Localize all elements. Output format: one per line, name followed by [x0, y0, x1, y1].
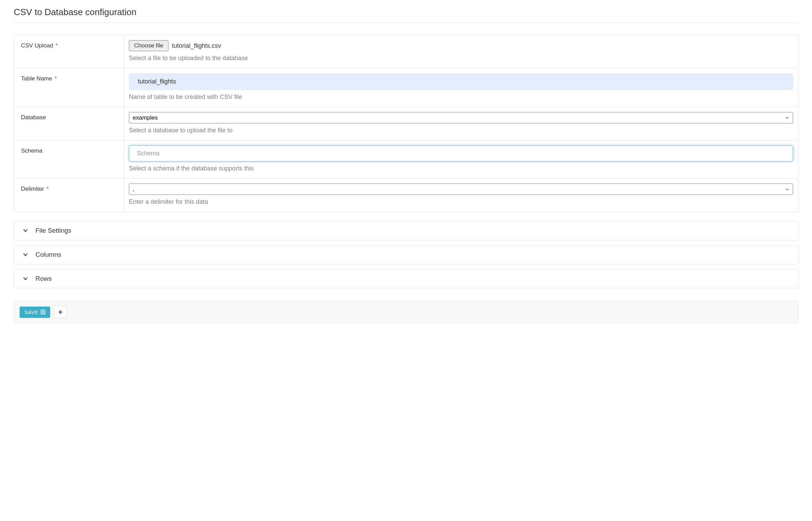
schema-input[interactable]	[129, 145, 793, 162]
save-icon	[41, 310, 45, 314]
table-name-input[interactable]	[129, 73, 793, 90]
chevron-down-icon	[22, 252, 29, 258]
row-table-name: Table Name * Name of table to be created…	[14, 68, 798, 107]
label-csv-upload-text: CSV Upload	[21, 42, 53, 49]
help-database: Select a database to upload the file to	[129, 127, 793, 134]
collapsible-rows[interactable]: Rows	[14, 269, 798, 288]
required-marker: *	[46, 186, 49, 192]
required-marker: *	[55, 42, 58, 49]
selected-file-name: tutorial_flights.csv	[172, 42, 221, 49]
svg-rect-1	[42, 310, 44, 311]
label-table-name: Table Name *	[14, 68, 124, 107]
page-title: CSV to Database configuration	[14, 7, 798, 23]
label-schema-text: Schema	[21, 147, 42, 154]
save-button-label: SAVE	[24, 309, 39, 315]
back-button[interactable]	[54, 306, 67, 318]
collapsible-columns-title: Columns	[35, 251, 61, 258]
collapsible-columns[interactable]: Columns	[14, 245, 798, 264]
svg-rect-2	[42, 312, 44, 314]
row-schema: Schema Select a schema if the database s…	[14, 141, 798, 179]
help-csv-upload: Select a file to be uploaded to the data…	[129, 55, 793, 62]
help-schema: Select a schema if the database supports…	[129, 165, 793, 172]
label-delimiter: Delimiter *	[14, 179, 124, 212]
help-delimiter: Enter a delimiter for this data	[129, 198, 793, 206]
collapsible-rows-title: Rows	[35, 275, 52, 282]
required-marker: *	[54, 75, 57, 82]
delimiter-select[interactable]: ,	[129, 184, 793, 195]
row-delimiter: Delimiter * , Enter a delimiter for this…	[14, 179, 798, 212]
config-form: CSV Upload * Choose file tutorial_flight…	[14, 35, 798, 212]
collapsible-file-settings[interactable]: File Settings	[14, 221, 798, 240]
database-select[interactable]: examples	[129, 112, 793, 123]
help-table-name: Name of table to be created with CSV fil…	[129, 93, 793, 101]
chevron-down-icon	[22, 228, 29, 234]
row-database: Database examples Select a database to u…	[14, 107, 798, 141]
label-csv-upload: CSV Upload *	[14, 35, 124, 68]
label-database: Database	[14, 107, 124, 140]
arrow-left-icon	[57, 309, 63, 315]
choose-file-button[interactable]: Choose file	[129, 40, 168, 51]
footer-bar: SAVE	[14, 301, 798, 323]
label-table-name-text: Table Name	[21, 75, 52, 82]
label-delimiter-text: Delimiter	[21, 186, 44, 192]
svg-rect-0	[41, 310, 45, 314]
chevron-down-icon	[22, 276, 29, 282]
collapsible-file-settings-title: File Settings	[35, 227, 72, 234]
row-csv-upload: CSV Upload * Choose file tutorial_flight…	[14, 35, 798, 68]
label-schema: Schema	[14, 141, 124, 178]
save-button[interactable]: SAVE	[20, 307, 50, 318]
label-database-text: Database	[21, 114, 46, 121]
